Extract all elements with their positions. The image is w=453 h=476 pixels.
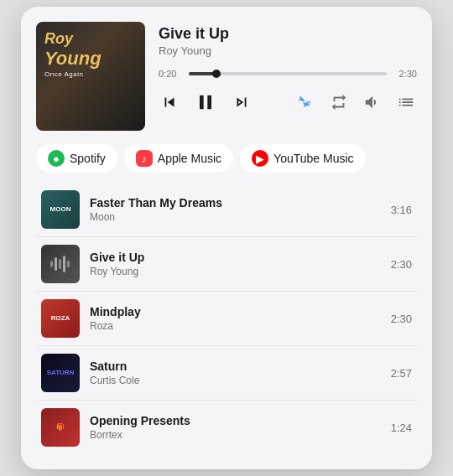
svg-rect-3: [63, 256, 65, 272]
shuffle-button[interactable]: [294, 91, 316, 113]
album-art-subtitle: Once Again: [44, 70, 83, 78]
track-item-artist-3: Curtis Cole: [90, 375, 377, 386]
youtube-music-icon: ▶: [252, 150, 268, 167]
fast-forward-button[interactable]: [231, 91, 253, 113]
track-list: MOON Faster Than My Dreams Moon 3:16: [36, 183, 417, 454]
track-item-title-0: Faster Than My Dreams: [90, 196, 377, 210]
track-duration-2: 2:30: [387, 313, 412, 325]
track-thumb-1: [41, 245, 80, 283]
track-thumb-0: MOON: [41, 190, 80, 229]
track-thumb-3: SATURN: [41, 354, 80, 392]
rewind-button[interactable]: [159, 91, 180, 113]
tab-youtube-music[interactable]: ▶ YouTube Music: [240, 144, 365, 173]
track-item[interactable]: SATURN Saturn Curtis Cole 2:57: [36, 346, 417, 401]
music-player-card: Roy Young Once Again Give it Up Roy Youn…: [21, 7, 432, 469]
track-artist: Roy Young: [159, 44, 417, 57]
track-thumb-4: 🎁: [41, 408, 80, 447]
track-item-artist-1: Roy Young: [90, 266, 377, 277]
album-art-title: Roy Young: [44, 30, 102, 69]
track-item-info-1: Give it Up Roy Young: [90, 251, 377, 277]
track-item[interactable]: ROZA Mindplay Roza 2:30: [36, 292, 417, 346]
svg-rect-2: [59, 259, 61, 269]
track-title: Give it Up: [159, 25, 417, 43]
track-item-title-2: Mindplay: [90, 305, 377, 318]
pause-button[interactable]: [192, 89, 219, 116]
track-duration-0: 3:16: [387, 204, 412, 216]
track-duration-4: 1:24: [387, 422, 412, 434]
tab-apple-music[interactable]: ♪ Apple Music: [124, 144, 233, 173]
repeat-icon: [330, 93, 348, 111]
repeat-button[interactable]: [328, 91, 350, 113]
fast-forward-icon: [232, 93, 251, 111]
svg-rect-4: [67, 261, 70, 267]
apple-music-icon: ♪: [136, 150, 153, 167]
source-tabs: ● Spotify ♪ Apple Music ▶ YouTube Music: [36, 144, 417, 173]
track-item-title-1: Give it Up: [90, 251, 377, 264]
progress-total: 2:30: [393, 69, 417, 79]
track-item-info-2: Mindplay Roza: [90, 305, 377, 332]
spotify-icon: ●: [48, 150, 65, 167]
volume-button[interactable]: [362, 91, 383, 113]
progress-bar[interactable]: [189, 72, 387, 75]
track-item-info-0: Faster Than My Dreams Moon: [90, 196, 377, 223]
track-item-title-3: Saturn: [90, 360, 377, 373]
track-item-title-4: Opening Presents: [90, 414, 377, 427]
shuffle-icon: [296, 93, 315, 111]
svg-rect-1: [55, 257, 57, 271]
tab-apple-music-label: Apple Music: [158, 152, 221, 165]
progress-current: 0:20: [159, 69, 182, 79]
volume-icon: [363, 93, 382, 111]
track-item[interactable]: MOON Faster Than My Dreams Moon 3:16: [36, 183, 417, 237]
tab-spotify[interactable]: ● Spotify: [36, 144, 117, 173]
album-art: Roy Young Once Again: [36, 22, 145, 131]
progress-thumb: [212, 70, 221, 78]
track-item-artist-0: Moon: [90, 211, 377, 223]
track-duration-3: 2:57: [387, 367, 412, 380]
track-item-artist-2: Roza: [90, 320, 377, 332]
track-item-artist-4: Borrtex: [90, 429, 377, 441]
track-thumb-2: ROZA: [41, 299, 80, 338]
queue-icon: [397, 93, 415, 111]
track-item-info-4: Opening Presents Borrtex: [90, 414, 377, 441]
playback-controls: [159, 89, 417, 116]
track-item-info-3: Saturn Curtis Cole: [90, 360, 377, 386]
rewind-icon: [160, 93, 179, 111]
now-playing-section: Roy Young Once Again Give it Up Roy Youn…: [36, 22, 417, 131]
track-item[interactable]: Give it Up Roy Young 2:30: [36, 237, 417, 292]
track-info: Give it Up Roy Young 0:20 2:30: [159, 22, 417, 116]
queue-button[interactable]: [395, 91, 417, 113]
waveform-icon: [45, 249, 76, 279]
progress-container: 0:20 2:30: [159, 69, 417, 79]
svg-rect-0: [50, 261, 53, 267]
track-item[interactable]: 🎁 Opening Presents Borrtex 1:24: [36, 401, 417, 454]
tab-youtube-music-label: YouTube Music: [273, 152, 353, 165]
tab-spotify-label: Spotify: [70, 152, 106, 165]
pause-icon: [194, 91, 217, 114]
track-duration-1: 2:30: [387, 258, 412, 271]
